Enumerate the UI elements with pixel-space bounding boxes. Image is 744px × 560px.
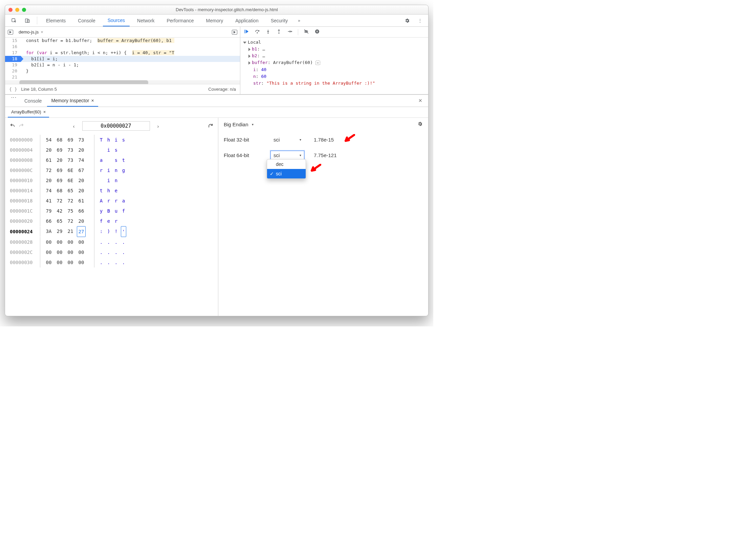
hex-byte[interactable]: 00 — [55, 237, 64, 247]
close-window-button[interactable] — [8, 8, 13, 12]
hex-ascii-char[interactable]: B — [106, 206, 111, 216]
hex-byte[interactable]: 00 — [55, 257, 64, 267]
code-editor[interactable]: 15 const buffer = b1.buffer; buffer = Ar… — [5, 38, 240, 84]
hex-byte[interactable]: 73 — [66, 155, 75, 165]
hex-byte[interactable]: 73 — [77, 135, 86, 145]
hex-ascii-char[interactable]: : — [99, 226, 104, 237]
hex-byte[interactable]: 20 — [77, 216, 86, 226]
value-settings-icon[interactable] — [417, 121, 423, 128]
hex-ascii-char[interactable]: . — [106, 247, 111, 257]
settings-icon[interactable] — [402, 15, 413, 26]
hex-ascii-char[interactable] — [121, 216, 126, 226]
hex-byte[interactable]: 00 — [66, 247, 75, 257]
hex-ascii-char[interactable]: u — [113, 206, 119, 216]
hex-byte[interactable]: 00 — [66, 257, 75, 267]
scope-local-header[interactable]: Local — [248, 40, 261, 45]
hex-ascii-char[interactable]: f — [99, 216, 104, 226]
hex-ascii-char[interactable]: ' — [121, 226, 126, 237]
notation-select-float64[interactable]: sci▾ — [270, 151, 304, 159]
hex-byte[interactable]: 20 — [77, 175, 86, 186]
hex-ascii-char[interactable]: h — [106, 135, 111, 145]
hex-byte[interactable]: 6E — [66, 165, 75, 175]
run-snippet-icon[interactable] — [232, 30, 237, 35]
hex-byte[interactable]: 69 — [55, 145, 64, 155]
hex-byte[interactable]: 66 — [44, 216, 53, 226]
scope-panel[interactable]: Local b1: … b2: … buffer: ArrayBuffer(60… — [240, 38, 428, 94]
hex-ascii-char[interactable] — [121, 145, 126, 155]
hex-byte[interactable]: 27 — [77, 226, 86, 237]
hex-ascii-char[interactable]: i — [106, 165, 111, 175]
hex-byte[interactable]: 73 — [66, 145, 75, 155]
chevron-down-icon[interactable]: ▾ — [252, 123, 254, 126]
hex-byte[interactable]: 61 — [77, 196, 86, 206]
hex-ascii-char[interactable]: i — [113, 135, 119, 145]
close-drawer-tab-icon[interactable]: × — [91, 98, 94, 103]
hex-byte[interactable]: 20 — [55, 155, 64, 165]
hex-byte[interactable]: 72 — [55, 196, 64, 206]
hex-ascii-char[interactable]: s — [113, 145, 119, 155]
hex-ascii-char[interactable] — [99, 145, 104, 155]
hex-ascii-char[interactable]: t — [121, 155, 126, 165]
more-tabs-icon[interactable]: » — [295, 15, 303, 26]
prev-page-icon[interactable]: ‹ — [70, 123, 78, 129]
history-back-icon[interactable] — [10, 123, 15, 129]
inspect-element-icon[interactable] — [8, 15, 19, 26]
hex-ascii-char[interactable]: . — [121, 237, 126, 247]
drawer-menu-icon[interactable]: ⋮ — [8, 95, 19, 107]
hex-ascii-char[interactable]: e — [113, 186, 119, 196]
hex-byte[interactable]: 66 — [77, 206, 86, 216]
tab-security[interactable]: Security — [266, 15, 293, 26]
deactivate-breakpoints-icon[interactable] — [304, 29, 309, 35]
hex-ascii-char[interactable]: r — [113, 216, 119, 226]
hex-ascii-char[interactable]: ) — [106, 226, 111, 237]
hex-ascii-char[interactable] — [106, 155, 111, 165]
hex-ascii-char[interactable]: . — [106, 257, 111, 267]
hex-ascii-char[interactable]: r — [99, 165, 104, 175]
hex-ascii-char[interactable]: g — [121, 165, 126, 175]
hex-ascii-char[interactable]: a — [121, 196, 126, 206]
close-mi-tab-icon[interactable]: × — [43, 109, 46, 114]
hex-ascii-char[interactable]: . — [113, 247, 119, 257]
hex-byte[interactable]: 65 — [55, 216, 64, 226]
tab-console[interactable]: Console — [73, 15, 100, 26]
hex-ascii-char[interactable]: . — [99, 257, 104, 267]
hex-ascii-char[interactable]: . — [106, 237, 111, 247]
hex-ascii-char[interactable]: a — [99, 155, 104, 165]
hex-byte[interactable]: 00 — [44, 257, 53, 267]
hex-byte[interactable]: 69 — [55, 175, 64, 186]
history-forward-icon[interactable] — [19, 123, 24, 129]
step-into-icon[interactable] — [265, 29, 271, 35]
hex-byte[interactable]: 20 — [44, 175, 53, 186]
hex-ascii-char[interactable]: . — [121, 257, 126, 267]
hex-ascii-char[interactable]: t — [99, 186, 104, 196]
dropdown-item-sci[interactable]: sci — [267, 169, 306, 178]
endianness-selector[interactable]: Big Endian — [224, 122, 248, 127]
tab-elements[interactable]: Elements — [41, 15, 70, 26]
hex-ascii-char[interactable] — [121, 175, 126, 186]
hex-byte[interactable]: 00 — [77, 237, 86, 247]
close-file-tab-icon[interactable]: × — [41, 29, 43, 35]
hex-ascii-char[interactable]: s — [113, 155, 119, 165]
hex-byte[interactable]: 00 — [55, 247, 64, 257]
hex-byte[interactable]: 69 — [66, 135, 75, 145]
device-toolbar-icon[interactable] — [22, 15, 33, 26]
hex-byte[interactable]: 68 — [55, 135, 64, 145]
tab-sources[interactable]: Sources — [103, 15, 130, 26]
close-drawer-icon[interactable]: × — [416, 95, 425, 107]
hex-ascii-char[interactable] — [99, 175, 104, 186]
hex-ascii-char[interactable]: s — [121, 135, 126, 145]
drawer-tab-memory-inspector[interactable]: Memory Inspector × — [47, 95, 98, 107]
hex-ascii-char[interactable]: y — [99, 206, 104, 216]
tab-memory[interactable]: Memory — [201, 15, 228, 26]
hex-ascii-char[interactable]: e — [106, 216, 111, 226]
hex-byte[interactable]: 42 — [55, 206, 64, 216]
resume-icon[interactable] — [244, 29, 249, 35]
hex-byte[interactable]: 00 — [77, 247, 86, 257]
hex-ascii-char[interactable]: . — [113, 257, 119, 267]
hex-byte[interactable]: 00 — [66, 237, 75, 247]
next-page-icon[interactable]: › — [155, 123, 162, 129]
hex-byte[interactable]: 20 — [77, 186, 86, 196]
tab-network[interactable]: Network — [132, 15, 159, 26]
hex-byte[interactable]: 00 — [44, 247, 53, 257]
tab-performance[interactable]: Performance — [162, 15, 198, 26]
